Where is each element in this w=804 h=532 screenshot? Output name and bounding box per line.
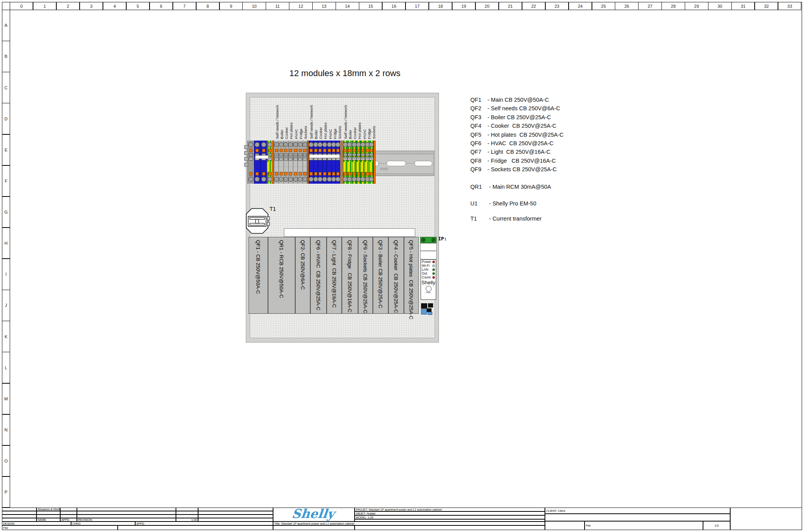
terminal-module <box>274 141 278 184</box>
tb-empty <box>545 521 585 530</box>
terminal-port <box>248 177 253 182</box>
grid-column-label: 2 <box>56 2 80 10</box>
legend-desc: - Main CB 250V@50A-C <box>487 96 549 104</box>
tb-empty <box>545 514 730 521</box>
circuit-label: Fridge <box>333 129 337 139</box>
grid-column-label: 15 <box>359 2 382 10</box>
tb-company: Stoyanov & Dimitrov <box>37 508 60 511</box>
grid-column-label: 31 <box>731 2 755 10</box>
terminal-module <box>313 141 318 184</box>
terminal-group-grey[interactable] <box>274 141 307 184</box>
tb-empty <box>60 511 77 515</box>
terminal-lever <box>332 172 335 176</box>
terminal-lever <box>280 149 283 152</box>
tb-empty <box>730 508 802 530</box>
terminal-port <box>302 142 307 147</box>
grid-column-label: 3 <box>80 2 103 10</box>
legend-item: QF1- Main CB 250V@50A-C <box>470 96 564 104</box>
terminal-clamp <box>352 157 356 160</box>
legend-item: QF7- Light CB 250V@16A-C <box>470 148 564 156</box>
terminal-module <box>303 141 307 184</box>
shelly-terminal-strip <box>420 237 437 243</box>
legend-ref: QF7 <box>470 148 487 156</box>
legend-item: U1 - Shelly Pro EM-50 <box>470 199 564 208</box>
din-rail-slot <box>414 161 432 166</box>
shelly-led-label: Count <box>422 275 431 279</box>
module-mid <box>303 162 307 172</box>
grid-row-label: P <box>2 476 10 508</box>
grid-row-label: H <box>2 228 10 259</box>
legend-ref: U1 <box>470 199 487 208</box>
breaker-label: QF2- CB 250V@6A-C <box>300 240 306 290</box>
terminal-lever <box>275 172 278 176</box>
terminal-group-pe[interactable] <box>343 141 374 184</box>
tb-design-label: DESIGN: <box>2 522 71 525</box>
breaker-label: QF3 - Boiler CB 250V@25A-C <box>378 240 383 308</box>
grid-column-label: 6 <box>150 2 173 10</box>
grid-column-label: 32 <box>755 2 778 10</box>
terminal-lever <box>328 149 331 152</box>
grid-column-label: 25 <box>592 2 615 10</box>
grid-column-label: 17 <box>405 2 429 10</box>
tb-empty <box>176 515 198 518</box>
terminal-lever <box>256 172 259 176</box>
terminal-group-blue[interactable] <box>309 141 340 184</box>
shelly-led-row: LAN <box>421 268 436 271</box>
terminal-lever <box>249 149 252 152</box>
terminal-module <box>284 141 288 184</box>
tb-model: MODEL: 1.00 <box>355 515 545 519</box>
terminal-port <box>293 142 298 147</box>
shelly-logo: Shelly <box>274 508 354 521</box>
legend-desc: - Self needs CB 250V@6A-C <box>487 104 560 113</box>
terminal-port <box>261 177 266 182</box>
shelly-connector <box>421 303 427 309</box>
tb-empty <box>37 511 60 515</box>
terminal-lever <box>357 172 360 176</box>
circuit-label: Boiler <box>280 130 284 139</box>
busbar-cover[interactable] <box>284 228 415 237</box>
terminal-clamp <box>298 157 303 160</box>
terminal-tab <box>244 145 248 149</box>
terminal-clamp <box>294 153 298 156</box>
legend-item: QF5- Hot plates CB 250V@25A-C <box>470 130 564 139</box>
breaker-label: QF4 - Cooker CB 250V@25A-C <box>393 240 399 313</box>
terminal-clamp <box>365 153 369 156</box>
terminal-lever <box>284 172 287 176</box>
terminal-clamp <box>343 153 347 156</box>
terminal-port <box>278 142 284 147</box>
terminal-clamp <box>356 157 360 160</box>
terminal-module <box>278 141 283 184</box>
current-transformer[interactable] <box>245 208 270 235</box>
module-mid <box>293 162 298 172</box>
terminal-lever <box>344 172 347 176</box>
terminal-lever <box>284 149 287 152</box>
terminal-lever <box>262 172 265 176</box>
tb-empty <box>118 525 273 530</box>
terminal-module <box>365 141 369 184</box>
circuit-label: Fridge <box>299 129 303 139</box>
circuit-label: Cooker <box>284 127 289 139</box>
grid-column-label: 7 <box>173 2 196 10</box>
terminal-module <box>352 141 356 184</box>
terminal-lever <box>332 149 335 152</box>
module-mid <box>274 162 278 172</box>
terminal-lever <box>366 172 369 176</box>
terminal-port <box>336 142 341 147</box>
terminal-module <box>247 141 254 184</box>
terminal-port <box>284 177 289 182</box>
shelly-reset-button[interactable] <box>426 286 432 292</box>
shelly-led-label: Out <box>422 271 427 275</box>
terminal-group-main[interactable] <box>247 141 273 184</box>
terminal-module <box>288 141 293 184</box>
terminal-lever <box>348 149 351 152</box>
terminal-port <box>288 142 293 147</box>
terminal-lever <box>268 172 271 176</box>
label-strip <box>309 155 340 158</box>
tb-page-number: 1/3 <box>703 521 730 530</box>
shelly-led-indicator <box>432 276 435 279</box>
terminal-clamp <box>275 153 278 156</box>
terminal-clamp <box>279 157 283 160</box>
tb-revision-value: 1.00 <box>176 518 198 522</box>
terminal-module <box>293 141 298 184</box>
shelly-device[interactable]: PowerWi-FiLANOutCount Shelly Reset <box>420 237 437 318</box>
